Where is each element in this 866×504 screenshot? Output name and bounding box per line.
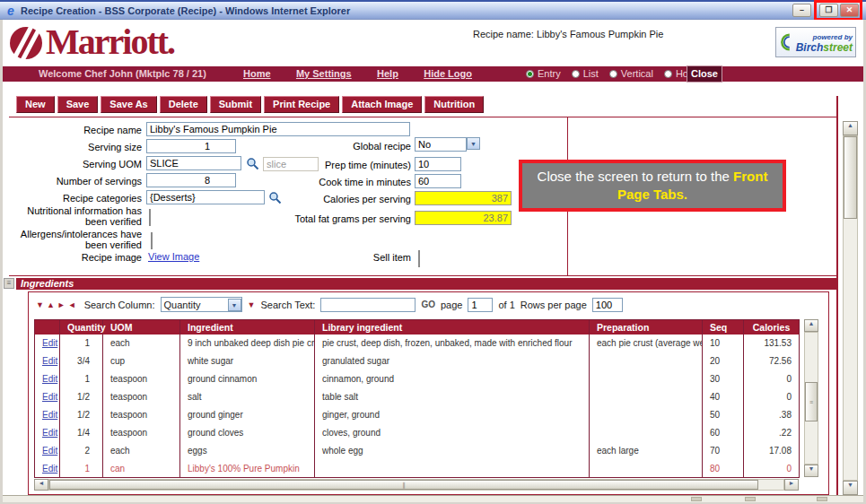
view-radio-entry[interactable]: Entry: [526, 68, 561, 79]
edit-row-link[interactable]: Edit: [42, 374, 57, 384]
birchstreet-badge: powered by Birchstreet: [775, 27, 856, 57]
cell-quantity: 1/4: [60, 424, 103, 442]
cell-seq: 30: [703, 370, 744, 388]
ingredient-row-1: Edit1each9 inch unbaked deep dish pie cr…: [35, 335, 800, 352]
cell-calories: 0: [744, 460, 800, 478]
toolbar-button-save[interactable]: Save: [57, 96, 99, 113]
table-vscroll-thumb[interactable]: ≡: [805, 382, 818, 421]
cell-library: ginger, ground: [315, 406, 590, 424]
view-radio-list[interactable]: List: [572, 68, 599, 79]
toolbar-button-print-recipe[interactable]: Print Recipe: [264, 96, 339, 113]
instruction-annotation: Close the screen to return to the Front …: [519, 160, 786, 212]
serving-uom-lookup-icon[interactable]: [246, 157, 259, 170]
radio-icon[interactable]: [609, 70, 617, 78]
table-scroll-right-icon[interactable]: ►: [784, 479, 799, 491]
page-input[interactable]: [468, 298, 493, 312]
edit-row-link[interactable]: Edit: [42, 446, 57, 456]
page-scroll-down-icon[interactable]: ▼: [843, 481, 858, 495]
cook-time-label: Cook time in minutes: [267, 177, 411, 187]
maximize-button[interactable]: ❐: [819, 4, 838, 17]
radio-icon[interactable]: [572, 70, 580, 78]
nav-link-home[interactable]: Home: [243, 68, 271, 79]
table-scroll-left-icon[interactable]: ◄: [34, 479, 48, 491]
cook-time-input[interactable]: [415, 174, 461, 188]
toolbar-button-save-as[interactable]: Save As: [101, 96, 156, 113]
recipe-categories-input[interactable]: [146, 190, 265, 204]
nav-link-my-settings[interactable]: My Settings: [296, 68, 352, 79]
edit-row-link[interactable]: Edit: [42, 410, 57, 420]
cell-calories: 17.08: [744, 442, 800, 460]
nav-link-help[interactable]: Help: [377, 68, 398, 79]
page-scroll-up-icon[interactable]: ▲: [843, 121, 858, 135]
cell-seq: 80: [703, 460, 744, 478]
ingredient-row-2: Edit3/4cupwhite sugargranulated sugar207…: [35, 352, 800, 370]
filter-icon[interactable]: ▼: [248, 300, 256, 309]
recipe-name-input[interactable]: [146, 122, 410, 136]
cell-uom: cup: [103, 352, 180, 370]
global-recipe-dropdown-icon[interactable]: ▼: [467, 137, 480, 150]
edit-row-link[interactable]: Edit: [42, 392, 57, 402]
header-quantity: Quantity: [60, 320, 103, 335]
table-hscroll-thumb[interactable]: ∥: [49, 480, 758, 490]
minimize-button[interactable]: –: [792, 4, 811, 17]
birchstreet-swoosh-icon: [779, 30, 791, 54]
search-text-label: Search Text:: [260, 300, 315, 310]
cell-preparation: each large: [590, 442, 703, 460]
toolbar-button-new[interactable]: New: [16, 96, 55, 113]
toolbar-button-delete[interactable]: Delete: [160, 96, 207, 113]
section-handle-icon[interactable]: ≡: [4, 278, 14, 289]
view-image-link[interactable]: View Image: [148, 251, 199, 262]
cell-uom: teaspoon: [103, 424, 180, 442]
cell-preparation: [590, 460, 703, 478]
close-button[interactable]: ✕: [840, 4, 859, 17]
table-scroll-down-icon[interactable]: ▼: [804, 465, 818, 477]
cell-quantity: 1/2: [60, 388, 103, 406]
serving-size-label: Serving size: [7, 142, 142, 152]
nav-link-hide-logo[interactable]: Hide Logo: [424, 68, 472, 79]
go-button[interactable]: GO: [421, 300, 435, 309]
edit-row-link[interactable]: Edit: [42, 338, 57, 348]
number-of-servings-input[interactable]: [146, 173, 236, 187]
recipe-image-label: Recipe image: [7, 252, 142, 263]
street-label: street: [823, 41, 853, 54]
page-vscroll-thumb[interactable]: [844, 136, 857, 219]
nav-links: HomeMy SettingsHelpHide Logo: [243, 68, 472, 79]
serving-uom-input[interactable]: [146, 156, 241, 170]
allergens-verified-checkbox[interactable]: [151, 232, 153, 249]
ingredient-row-3: Edit1teaspoonground cinnamoncinnamon, gr…: [35, 370, 800, 388]
table-header-row: QuantityUOMIngredientLibrary ingredientP…: [35, 320, 800, 335]
sell-item-checkbox[interactable]: [418, 250, 420, 267]
radio-icon[interactable]: [526, 70, 534, 78]
cell-edit: Edit: [35, 442, 60, 460]
cell-uom: can: [103, 460, 180, 478]
global-recipe-label: Global recipe: [267, 141, 411, 152]
search-column-dropdown-icon[interactable]: ▼: [228, 299, 241, 311]
table-scroll-up-icon[interactable]: ▲: [804, 319, 818, 332]
prep-time-input[interactable]: [415, 157, 461, 171]
serving-size-input[interactable]: [146, 139, 236, 153]
global-recipe-select[interactable]: No ▼: [415, 137, 480, 152]
toolbar-button-nutrition[interactable]: Nutrition: [424, 96, 484, 113]
cell-ingredient: ground cinnamon: [180, 370, 315, 388]
cell-seq: 20: [703, 352, 744, 370]
search-column-select[interactable]: Quantity ▼: [161, 297, 242, 312]
edit-row-link[interactable]: Edit: [42, 428, 57, 438]
toolbar-button-attach-image[interactable]: Attach Image: [342, 96, 422, 113]
nutritional-verified-checkbox[interactable]: [149, 209, 151, 226]
cell-library: whole egg: [315, 442, 590, 460]
cell-ingredient: ground ginger: [180, 406, 315, 424]
sort-nav-icons[interactable]: ▼▲►◄: [36, 300, 79, 309]
radio-icon[interactable]: [664, 70, 672, 78]
cell-calories: .22: [744, 424, 800, 442]
page-of-label: of 1: [498, 300, 514, 310]
search-text-input[interactable]: [320, 298, 416, 312]
total-fat-label: Total fat grams per serving: [267, 213, 411, 224]
edit-row-link[interactable]: Edit: [42, 356, 57, 366]
edit-row-link[interactable]: Edit: [42, 464, 57, 474]
close-screen-button[interactable]: Close: [687, 65, 722, 83]
recipe-name-note: Recipe name: Libby's Famous Pumpkin Pie: [473, 29, 663, 39]
toolbar-button-submit[interactable]: Submit: [210, 96, 261, 113]
view-radio-vertical[interactable]: Vertical: [609, 68, 653, 79]
rows-per-page-input[interactable]: [592, 298, 623, 312]
cell-edit: Edit: [35, 370, 60, 388]
